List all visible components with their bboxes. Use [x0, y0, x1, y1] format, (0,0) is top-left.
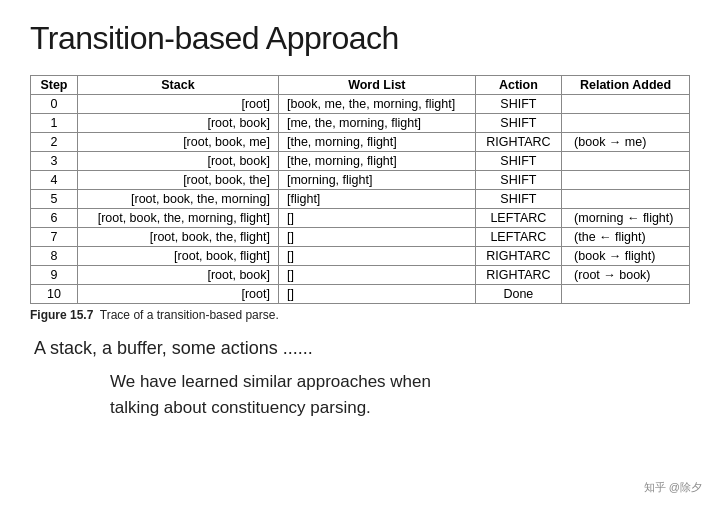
cell-relation: (morning ← flight) — [562, 209, 690, 228]
cell-stack: [root, book, the, morning] — [77, 190, 278, 209]
table-row: 9 [root, book] [] RIGHTARC (root → book) — [31, 266, 690, 285]
cell-step: 4 — [31, 171, 78, 190]
cell-stack: [root, book] — [77, 114, 278, 133]
cell-step: 10 — [31, 285, 78, 304]
table-row: 2 [root, book, me] [the, morning, flight… — [31, 133, 690, 152]
cell-relation — [562, 190, 690, 209]
cell-step: 8 — [31, 247, 78, 266]
cell-stack: [root] — [77, 95, 278, 114]
cell-wordlist: [] — [278, 228, 475, 247]
cell-step: 7 — [31, 228, 78, 247]
figure-caption-text: Trace of a transition-based parse. — [100, 308, 279, 322]
cell-step: 9 — [31, 266, 78, 285]
col-header-relation: Relation Added — [562, 76, 690, 95]
cell-relation — [562, 152, 690, 171]
cell-action: SHIFT — [475, 95, 561, 114]
col-header-action: Action — [475, 76, 561, 95]
cell-action: RIGHTARC — [475, 247, 561, 266]
watermark: 知乎 @除夕 — [644, 480, 702, 495]
table-container: Step Stack Word List Action Relation Add… — [30, 75, 690, 322]
figure-label: Figure 15.7 — [30, 308, 93, 322]
cell-step: 2 — [31, 133, 78, 152]
table-row: 10 [root] [] Done — [31, 285, 690, 304]
cell-wordlist: [morning, flight] — [278, 171, 475, 190]
cell-wordlist: [] — [278, 247, 475, 266]
cell-wordlist: [book, me, the, morning, flight] — [278, 95, 475, 114]
bottom-text: A stack, a buffer, some actions ...... W… — [30, 338, 690, 420]
cell-stack: [root, book, the] — [77, 171, 278, 190]
page-title: Transition-based Approach — [30, 20, 690, 57]
cell-relation — [562, 95, 690, 114]
cell-action: Done — [475, 285, 561, 304]
cell-relation: (book → flight) — [562, 247, 690, 266]
table-row: 1 [root, book] [me, the, morning, flight… — [31, 114, 690, 133]
table-row: 8 [root, book, flight] [] RIGHTARC (book… — [31, 247, 690, 266]
cell-stack: [root] — [77, 285, 278, 304]
cell-relation — [562, 285, 690, 304]
cell-stack: [root, book] — [77, 152, 278, 171]
cell-action: RIGHTARC — [475, 266, 561, 285]
cell-wordlist: [] — [278, 209, 475, 228]
cell-wordlist: [flight] — [278, 190, 475, 209]
transition-table: Step Stack Word List Action Relation Add… — [30, 75, 690, 304]
table-row: 4 [root, book, the] [morning, flight] SH… — [31, 171, 690, 190]
cell-action: SHIFT — [475, 171, 561, 190]
cell-relation: (the ← flight) — [562, 228, 690, 247]
table-row: 6 [root, book, the, morning, flight] [] … — [31, 209, 690, 228]
col-header-wordlist: Word List — [278, 76, 475, 95]
figure-caption: Figure 15.7 Trace of a transition-based … — [30, 308, 690, 322]
table-row: 5 [root, book, the, morning] [flight] SH… — [31, 190, 690, 209]
cell-wordlist: [the, morning, flight] — [278, 152, 475, 171]
cell-step: 1 — [31, 114, 78, 133]
cell-action: SHIFT — [475, 190, 561, 209]
cell-relation: (book → me) — [562, 133, 690, 152]
table-row: 7 [root, book, the, flight] [] LEFTARC (… — [31, 228, 690, 247]
cell-stack: [root, book] — [77, 266, 278, 285]
table-row: 0 [root] [book, me, the, morning, flight… — [31, 95, 690, 114]
cell-stack: [root, book, me] — [77, 133, 278, 152]
cell-wordlist: [me, the, morning, flight] — [278, 114, 475, 133]
cell-wordlist: [the, morning, flight] — [278, 133, 475, 152]
cell-wordlist: [] — [278, 285, 475, 304]
cell-stack: [root, book, the, morning, flight] — [77, 209, 278, 228]
bottom-line2: We have learned similar approaches whent… — [110, 369, 690, 420]
col-header-step: Step — [31, 76, 78, 95]
cell-step: 5 — [31, 190, 78, 209]
cell-action: LEFTARC — [475, 209, 561, 228]
cell-action: LEFTARC — [475, 228, 561, 247]
bottom-line1: A stack, a buffer, some actions ...... — [34, 338, 690, 359]
cell-wordlist: [] — [278, 266, 475, 285]
cell-step: 3 — [31, 152, 78, 171]
cell-stack: [root, book, flight] — [77, 247, 278, 266]
table-row: 3 [root, book] [the, morning, flight] SH… — [31, 152, 690, 171]
cell-stack: [root, book, the, flight] — [77, 228, 278, 247]
cell-step: 0 — [31, 95, 78, 114]
cell-step: 6 — [31, 209, 78, 228]
col-header-stack: Stack — [77, 76, 278, 95]
cell-action: SHIFT — [475, 152, 561, 171]
cell-relation — [562, 114, 690, 133]
cell-relation — [562, 171, 690, 190]
cell-action: SHIFT — [475, 114, 561, 133]
cell-relation: (root → book) — [562, 266, 690, 285]
cell-action: RIGHTARC — [475, 133, 561, 152]
